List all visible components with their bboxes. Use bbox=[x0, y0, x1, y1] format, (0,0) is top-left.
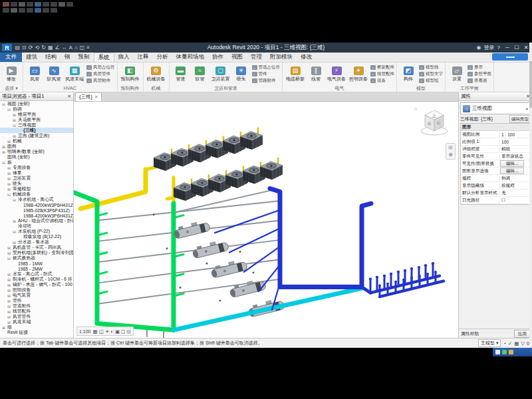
property-value[interactable]: 协调 bbox=[500, 176, 530, 182]
default-3d-view-icon[interactable]: ⌂ bbox=[74, 45, 78, 51]
crop-visibility-icon[interactable]: ◻ bbox=[121, 329, 125, 334]
property-row[interactable]: 默认分析显示样式 无 bbox=[461, 190, 530, 197]
expander-icon[interactable]: ⊞ bbox=[7, 304, 13, 309]
flex-duct-button[interactable]: ∿ 软风管 bbox=[45, 63, 63, 85]
browser-tree-item[interactable]: ⊞ 组 bbox=[0, 325, 73, 330]
property-row[interactable]: 显示隐藏线 按规程 bbox=[461, 182, 530, 190]
ribbon-right-blue-button[interactable] bbox=[492, 53, 528, 61]
tab-analyze[interactable]: 分析 bbox=[153, 53, 172, 62]
tab-collaborate[interactable]: 协作 bbox=[208, 53, 227, 62]
expander-icon[interactable]: ⊞ bbox=[7, 288, 13, 293]
cable-tray-fitting-button[interactable]: ▫ 桥架配件 bbox=[370, 65, 394, 70]
tab-insert[interactable]: 插入 bbox=[114, 53, 134, 62]
expander-icon[interactable]: ⊞ bbox=[7, 139, 13, 144]
shadows-icon[interactable]: ◐ bbox=[110, 329, 114, 334]
mechanical-equipment-button[interactable]: ⚙ 机械设备 bbox=[146, 63, 167, 85]
signin-button[interactable]: 登录 bbox=[484, 44, 495, 51]
property-group-graphics[interactable]: 图形 bbox=[461, 124, 530, 131]
overlay-icon[interactable] bbox=[43, 8, 49, 13]
tab-addins[interactable]: 附加模块 bbox=[266, 53, 297, 62]
lighting-fixture-button[interactable]: ✶ 照明设备 bbox=[348, 63, 369, 85]
electrical-equipment-button[interactable]: ⚡ 电气设备 bbox=[326, 63, 347, 85]
browser-tree-item[interactable]: ⊞ 风道末端 bbox=[0, 319, 73, 325]
browser-tree-item[interactable]: 1985 - 1MW bbox=[0, 261, 73, 266]
isolate-icon[interactable]: ◎ bbox=[126, 329, 131, 334]
browser-tree-item[interactable]: ⊞ 风机盘管 - 卡式 - 四出风 bbox=[0, 245, 73, 250]
scrollbar-thumb[interactable] bbox=[529, 61, 532, 108]
property-row[interactable]: 比例值 1: 100 bbox=[461, 138, 530, 146]
expander-icon[interactable]: ⊞ bbox=[7, 299, 13, 303]
overlay-icon[interactable] bbox=[3, 2, 9, 7]
plumbing-fixture-button[interactable]: ▢ 卫浴装置 bbox=[210, 63, 231, 85]
browser-tree-item[interactable]: ⊞ 图例 bbox=[0, 144, 73, 149]
overlay-icon[interactable] bbox=[51, 8, 57, 13]
browser-tree-item[interactable]: ⊟ 三维视图 bbox=[0, 122, 73, 128]
browser-tree-item[interactable]: Revit 链接 bbox=[0, 330, 73, 335]
pipe-placeholder-button[interactable]: ▫ 管道占位符 bbox=[252, 65, 281, 70]
worksharing-display-icon[interactable]: ◔ bbox=[503, 340, 506, 346]
panel-caption[interactable]: HVAC bbox=[25, 85, 115, 92]
overlay-icon[interactable] bbox=[66, 2, 73, 7]
browser-tree-item[interactable]: ⊞ AHU - 组合式空调机组 - 卧式 - 前回风 + 下送风 - 2000 … bbox=[0, 218, 73, 223]
browser-tree-item[interactable]: 1988-4200kW3P6H431Z bbox=[0, 213, 73, 218]
overlay-icon[interactable] bbox=[11, 2, 17, 7]
close-icon[interactable]: ✕ bbox=[94, 94, 98, 100]
detail-level-icon[interactable]: ▦ bbox=[93, 329, 98, 334]
expander-icon[interactable]: ⊞ bbox=[7, 277, 13, 282]
redo-icon[interactable]: ↻ bbox=[41, 45, 46, 51]
cyan-piping[interactable] bbox=[174, 288, 362, 330]
browser-tree-item[interactable]: ⊞ 风管管件 bbox=[0, 314, 73, 319]
view-cube[interactable]: 上 前 右 bbox=[420, 107, 449, 139]
tab-view[interactable]: 视图 bbox=[227, 53, 247, 62]
model-text-button[interactable]: ▫ 模型文字 bbox=[419, 71, 443, 77]
filter-icon[interactable]: ▽ bbox=[521, 340, 525, 346]
browser-scrollbar[interactable] bbox=[529, 43, 532, 348]
browser-tree-item[interactable]: ⊟ 水泵机组 (P-22) bbox=[0, 229, 73, 234]
edit-type-button[interactable]: 编辑类型 bbox=[509, 115, 531, 123]
crop-icon[interactable]: ▣ bbox=[115, 329, 120, 334]
taskbar-icon[interactable] bbox=[509, 350, 513, 354]
expander-icon[interactable]: ⊞ bbox=[7, 182, 13, 186]
navigation-wheel-icon[interactable]: ◎ bbox=[448, 145, 453, 150]
browser-tree-item[interactable]: 双吸泵组 (8(12-22) bbox=[0, 234, 73, 239]
property-row[interactable]: 可见性/图形替换 编辑... bbox=[461, 160, 530, 168]
property-value[interactable]: 显示原状态 bbox=[500, 154, 530, 160]
sprinkler-button[interactable]: ✳ 喷头 bbox=[232, 63, 251, 85]
help-icon[interactable]: ? bbox=[497, 45, 500, 51]
expander-icon[interactable]: ⊞ bbox=[13, 112, 18, 117]
minimize-button[interactable]: ─ bbox=[503, 45, 512, 51]
expander-icon[interactable]: ⊞ bbox=[2, 325, 7, 330]
measure-icon[interactable]: ∠ bbox=[55, 45, 59, 51]
panel-caption[interactable]: 机械 bbox=[146, 85, 167, 92]
section-icon[interactable]: ◫ bbox=[80, 45, 85, 51]
browser-tree-item[interactable]: ⊞ 水泵 - 离心式 - 卧式 bbox=[0, 271, 73, 277]
text-icon[interactable]: A bbox=[69, 45, 72, 51]
browser-tree-item[interactable]: ⊞ 楼层平面 bbox=[0, 112, 73, 117]
overlay-icon[interactable] bbox=[19, 2, 25, 7]
property-row[interactable]: 图形显示选项 编辑... bbox=[461, 168, 530, 175]
save-icon[interactable]: ⊡ bbox=[22, 45, 27, 51]
expander-icon[interactable]: ⊟ bbox=[7, 256, 13, 261]
project-browser-header[interactable]: 项目浏览器 - 项目1 ✕ bbox=[0, 92, 73, 101]
expander-icon[interactable]: ⊟ bbox=[2, 160, 7, 165]
expander-icon[interactable]: ⊞ bbox=[2, 144, 7, 149]
conduit-button[interactable]: ∥ 线管 bbox=[307, 63, 325, 85]
conduit-fitting-button[interactable]: ▫ 线管配件 bbox=[370, 71, 394, 77]
expander-icon[interactable]: ⊟ bbox=[7, 192, 13, 197]
property-value[interactable]: 精细 bbox=[500, 146, 530, 152]
fabrication-part-button[interactable]: ◧ 预制构件 bbox=[120, 63, 141, 85]
overlay-icon[interactable] bbox=[19, 8, 25, 13]
open-icon[interactable]: ▤ bbox=[15, 45, 21, 51]
browser-tree-item[interactable]: ⊞ 分水器 - 集水器 bbox=[0, 239, 73, 245]
visual-style-icon[interactable]: ◫ bbox=[99, 329, 104, 334]
maximize-button[interactable]: ☐ bbox=[512, 45, 521, 51]
duct-accessory-button[interactable]: ▫ 风管附件 bbox=[86, 78, 115, 84]
expander-icon[interactable]: ⊞ bbox=[2, 150, 7, 154]
workplane-show-button[interactable]: ▫ 显示 bbox=[467, 65, 491, 70]
overlay-icon[interactable] bbox=[59, 2, 65, 7]
model-line-button[interactable]: ▫ 模型线 bbox=[419, 65, 443, 70]
browser-tree-item[interactable]: ⊞ 线管配件 bbox=[0, 309, 73, 314]
properties-header[interactable]: 属性 ✕ bbox=[459, 92, 532, 101]
browser-tree-item[interactable]: ⊟ 视图 (全部) bbox=[0, 101, 73, 106]
tab-annotate[interactable]: 注释 bbox=[134, 53, 153, 62]
